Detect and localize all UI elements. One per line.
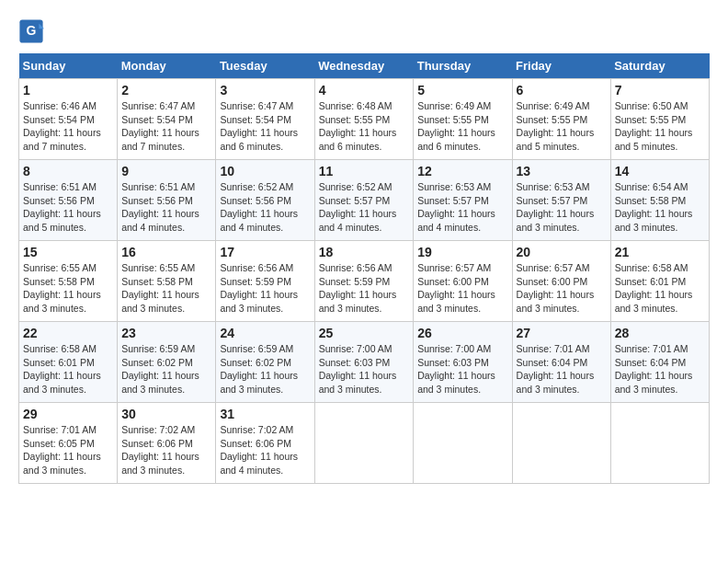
calendar-cell: 4Sunrise: 6:48 AMSunset: 5:55 PMDaylight… bbox=[314, 79, 414, 160]
logo-icon: G bbox=[18, 18, 44, 44]
day-number: 16 bbox=[121, 245, 211, 259]
day-number: 15 bbox=[23, 245, 113, 259]
calendar-cell: 21Sunrise: 6:58 AMSunset: 6:01 PMDayligh… bbox=[610, 241, 709, 322]
day-number: 12 bbox=[417, 164, 507, 178]
day-info: Sunrise: 6:54 AMSunset: 5:58 PMDaylight:… bbox=[615, 180, 705, 235]
day-number: 5 bbox=[417, 83, 507, 98]
calendar-cell: 8Sunrise: 6:51 AMSunset: 5:56 PMDaylight… bbox=[19, 160, 118, 241]
day-number: 13 bbox=[517, 164, 607, 178]
calendar-cell: 2Sunrise: 6:47 AMSunset: 5:54 PMDaylight… bbox=[118, 79, 216, 160]
day-info: Sunrise: 6:56 AMSunset: 5:59 PMDaylight:… bbox=[319, 261, 410, 316]
calendar-cell: 12Sunrise: 6:53 AMSunset: 5:57 PMDayligh… bbox=[414, 160, 512, 241]
day-number: 19 bbox=[417, 245, 507, 259]
calendar-cell bbox=[512, 403, 610, 484]
day-number: 29 bbox=[23, 407, 113, 421]
day-info: Sunrise: 6:59 AMSunset: 6:02 PMDaylight:… bbox=[220, 342, 310, 396]
calendar-cell: 26Sunrise: 7:00 AMSunset: 6:03 PMDayligh… bbox=[414, 322, 512, 403]
day-info: Sunrise: 7:02 AMSunset: 6:06 PMDaylight:… bbox=[121, 423, 211, 477]
calendar-cell: 25Sunrise: 7:00 AMSunset: 6:03 PMDayligh… bbox=[314, 322, 414, 403]
calendar-week-row: 29Sunrise: 7:01 AMSunset: 6:05 PMDayligh… bbox=[19, 403, 710, 484]
calendar-cell: 13Sunrise: 6:53 AMSunset: 5:57 PMDayligh… bbox=[512, 160, 610, 241]
day-number: 24 bbox=[220, 326, 310, 340]
day-number: 26 bbox=[417, 326, 507, 340]
svg-text:G: G bbox=[27, 23, 37, 38]
day-number: 28 bbox=[615, 326, 705, 340]
day-info: Sunrise: 7:00 AMSunset: 6:03 PMDaylight:… bbox=[319, 342, 410, 396]
calendar-cell: 10Sunrise: 6:52 AMSunset: 5:56 PMDayligh… bbox=[216, 160, 314, 241]
weekday-header-row: SundayMondayTuesdayWednesdayThursdayFrid… bbox=[19, 53, 710, 79]
day-info: Sunrise: 6:55 AMSunset: 5:58 PMDaylight:… bbox=[23, 261, 113, 316]
calendar-cell bbox=[414, 403, 512, 484]
day-number: 10 bbox=[220, 164, 310, 178]
day-number: 7 bbox=[615, 83, 705, 98]
page-container: G SundayMondayTuesdayWednesdayThursdayFr… bbox=[18, 18, 710, 484]
day-number: 23 bbox=[121, 326, 211, 340]
day-info: Sunrise: 6:46 AMSunset: 5:54 PMDaylight:… bbox=[23, 99, 113, 154]
calendar-cell: 17Sunrise: 6:56 AMSunset: 5:59 PMDayligh… bbox=[216, 241, 314, 322]
calendar-cell: 22Sunrise: 6:58 AMSunset: 6:01 PMDayligh… bbox=[19, 322, 118, 403]
weekday-header-monday: Monday bbox=[118, 53, 216, 79]
day-info: Sunrise: 6:58 AMSunset: 6:01 PMDaylight:… bbox=[615, 261, 705, 316]
calendar-cell: 20Sunrise: 6:57 AMSunset: 6:00 PMDayligh… bbox=[512, 241, 610, 322]
day-number: 2 bbox=[121, 83, 211, 98]
day-number: 21 bbox=[615, 245, 705, 259]
day-info: Sunrise: 6:53 AMSunset: 5:57 PMDaylight:… bbox=[517, 180, 607, 235]
day-info: Sunrise: 6:49 AMSunset: 5:55 PMDaylight:… bbox=[517, 99, 607, 154]
calendar-cell: 6Sunrise: 6:49 AMSunset: 5:55 PMDaylight… bbox=[512, 79, 610, 160]
calendar-cell: 23Sunrise: 6:59 AMSunset: 6:02 PMDayligh… bbox=[118, 322, 216, 403]
day-info: Sunrise: 6:51 AMSunset: 5:56 PMDaylight:… bbox=[121, 180, 211, 235]
day-info: Sunrise: 6:47 AMSunset: 5:54 PMDaylight:… bbox=[220, 99, 310, 154]
day-number: 8 bbox=[23, 164, 113, 178]
weekday-header-thursday: Thursday bbox=[414, 53, 512, 79]
day-number: 18 bbox=[319, 245, 410, 259]
weekday-header-wednesday: Wednesday bbox=[314, 53, 414, 79]
logo: G bbox=[18, 18, 48, 44]
day-info: Sunrise: 6:50 AMSunset: 5:55 PMDaylight:… bbox=[615, 99, 705, 154]
day-info: Sunrise: 6:51 AMSunset: 5:56 PMDaylight:… bbox=[23, 180, 113, 235]
day-number: 27 bbox=[517, 326, 607, 340]
day-info: Sunrise: 6:57 AMSunset: 6:00 PMDaylight:… bbox=[417, 261, 507, 316]
calendar-cell: 27Sunrise: 7:01 AMSunset: 6:04 PMDayligh… bbox=[512, 322, 610, 403]
day-info: Sunrise: 6:48 AMSunset: 5:55 PMDaylight:… bbox=[319, 99, 410, 154]
day-info: Sunrise: 6:52 AMSunset: 5:57 PMDaylight:… bbox=[319, 180, 410, 235]
calendar-week-row: 1Sunrise: 6:46 AMSunset: 5:54 PMDaylight… bbox=[19, 79, 710, 160]
day-info: Sunrise: 6:58 AMSunset: 6:01 PMDaylight:… bbox=[23, 342, 113, 396]
calendar-cell: 3Sunrise: 6:47 AMSunset: 5:54 PMDaylight… bbox=[216, 79, 314, 160]
calendar-table: SundayMondayTuesdayWednesdayThursdayFrid… bbox=[18, 53, 710, 484]
day-info: Sunrise: 7:01 AMSunset: 6:04 PMDaylight:… bbox=[615, 342, 705, 396]
day-info: Sunrise: 6:52 AMSunset: 5:56 PMDaylight:… bbox=[220, 180, 310, 235]
calendar-cell: 24Sunrise: 6:59 AMSunset: 6:02 PMDayligh… bbox=[216, 322, 314, 403]
calendar-cell: 19Sunrise: 6:57 AMSunset: 6:00 PMDayligh… bbox=[414, 241, 512, 322]
day-info: Sunrise: 6:53 AMSunset: 5:57 PMDaylight:… bbox=[417, 180, 507, 235]
calendar-cell bbox=[610, 403, 709, 484]
day-info: Sunrise: 6:56 AMSunset: 5:59 PMDaylight:… bbox=[220, 261, 310, 316]
calendar-cell: 11Sunrise: 6:52 AMSunset: 5:57 PMDayligh… bbox=[314, 160, 414, 241]
weekday-header-friday: Friday bbox=[512, 53, 610, 79]
day-info: Sunrise: 7:00 AMSunset: 6:03 PMDaylight:… bbox=[417, 342, 507, 396]
day-number: 9 bbox=[121, 164, 211, 178]
calendar-cell: 9Sunrise: 6:51 AMSunset: 5:56 PMDaylight… bbox=[118, 160, 216, 241]
header: G bbox=[18, 18, 710, 44]
calendar-cell: 28Sunrise: 7:01 AMSunset: 6:04 PMDayligh… bbox=[610, 322, 709, 403]
day-info: Sunrise: 6:57 AMSunset: 6:00 PMDaylight:… bbox=[517, 261, 607, 316]
calendar-cell: 7Sunrise: 6:50 AMSunset: 5:55 PMDaylight… bbox=[610, 79, 709, 160]
calendar-cell: 15Sunrise: 6:55 AMSunset: 5:58 PMDayligh… bbox=[19, 241, 118, 322]
day-info: Sunrise: 7:01 AMSunset: 6:04 PMDaylight:… bbox=[517, 342, 607, 396]
day-number: 11 bbox=[319, 164, 410, 178]
calendar-cell: 29Sunrise: 7:01 AMSunset: 6:05 PMDayligh… bbox=[19, 403, 118, 484]
calendar-week-row: 22Sunrise: 6:58 AMSunset: 6:01 PMDayligh… bbox=[19, 322, 710, 403]
weekday-header-sunday: Sunday bbox=[19, 53, 118, 79]
day-number: 22 bbox=[23, 326, 113, 340]
day-number: 25 bbox=[319, 326, 410, 340]
calendar-cell: 18Sunrise: 6:56 AMSunset: 5:59 PMDayligh… bbox=[314, 241, 414, 322]
calendar-cell bbox=[314, 403, 414, 484]
day-info: Sunrise: 6:59 AMSunset: 6:02 PMDaylight:… bbox=[121, 342, 211, 396]
day-info: Sunrise: 6:49 AMSunset: 5:55 PMDaylight:… bbox=[417, 99, 507, 154]
calendar-cell: 5Sunrise: 6:49 AMSunset: 5:55 PMDaylight… bbox=[414, 79, 512, 160]
day-number: 14 bbox=[615, 164, 705, 178]
day-number: 3 bbox=[220, 83, 310, 98]
weekday-header-tuesday: Tuesday bbox=[216, 53, 314, 79]
day-info: Sunrise: 7:02 AMSunset: 6:06 PMDaylight:… bbox=[220, 423, 310, 477]
day-number: 17 bbox=[220, 245, 310, 259]
day-info: Sunrise: 6:55 AMSunset: 5:58 PMDaylight:… bbox=[121, 261, 211, 316]
